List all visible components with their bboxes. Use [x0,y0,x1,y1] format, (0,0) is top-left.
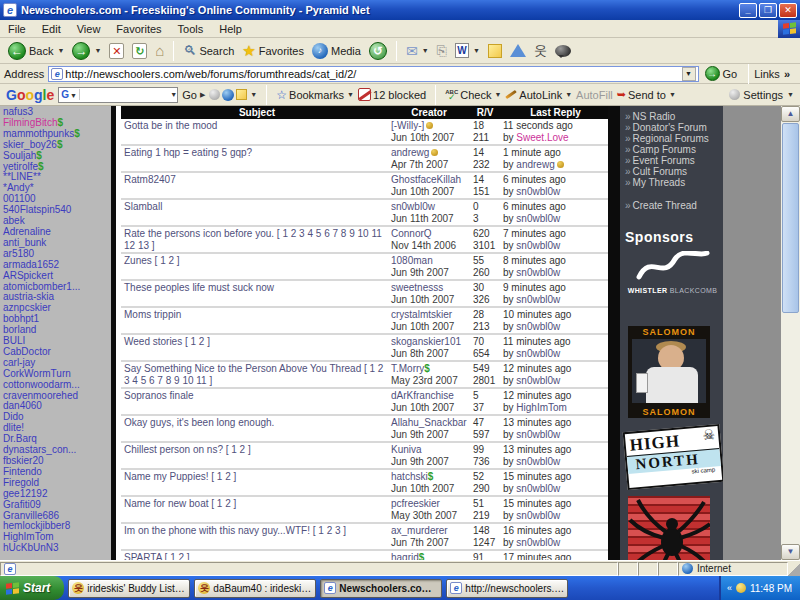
last-reply-user-link[interactable]: sn0wbl0w [516,240,560,251]
menu-tools[interactable]: Tools [170,23,212,35]
buddy-name[interactable]: BULI [3,335,25,346]
buddy-name[interactable]: Adrenaline [3,226,51,237]
buddy-name[interactable]: Dido [3,411,24,422]
searchbox-dropdown-arrow[interactable]: ▼ [170,91,177,98]
thread-subject-link[interactable]: Okay guys, it's been long enough. [124,417,274,428]
thread-subject-link[interactable]: Im on the phone with this navy guy...WTF… [124,525,346,536]
buddy-name[interactable]: Grafiti09 [3,499,41,510]
buddy-name[interactable]: carl-jay [3,357,35,368]
buddy-name[interactable]: *Andy* [3,182,34,193]
address-dropdown-arrow[interactable]: ▼ [682,67,696,81]
thread-creator-link[interactable]: skoganskier101 [391,336,461,347]
buddy-name[interactable]: dynastars_con... [3,444,76,455]
buddy-name[interactable]: FilmingBitch [3,117,57,128]
sidebar-link-cult-forums[interactable]: »Cult Forums [625,166,723,177]
google-extras-icons[interactable]: ▼ [209,89,257,101]
buddy-name[interactable]: Fintendo [3,466,42,477]
home-button[interactable]: ⌂ [151,41,168,60]
buddy-name[interactable]: cottonwoodarm... [3,379,80,390]
send-to-button[interactable]: ➥Send to▼ [617,88,676,101]
buddy-name[interactable]: Granville686 [3,510,59,521]
buddy-name[interactable]: HighImTom [3,531,54,542]
google-go-button[interactable]: Go▶ [182,89,205,101]
buddy-name[interactable]: mammothpunks [3,128,74,139]
back-button[interactable]: ←Back▼ [4,41,68,61]
buddy-name[interactable]: aznpcskier [3,302,51,313]
buddy-name[interactable]: hemlockjibber8 [3,520,70,531]
close-button[interactable]: ✕ [779,3,797,18]
thread-subject-link[interactable]: Ratm82407 [124,174,176,185]
thread-creator-link[interactable]: GhostfaceKillah [391,174,461,185]
last-reply-user-link[interactable]: sn0wbl0w [516,537,560,548]
discuss-button[interactable] [484,43,506,59]
mail-button[interactable]: ✉▼ [402,42,433,60]
buddy-list-item[interactable]: hUcKbUnN3 [3,543,111,554]
sidebar-link-regional-forums[interactable]: »Regional Forums [625,133,723,144]
thread-creator-link[interactable]: hagrid [391,552,419,560]
last-reply-user-link[interactable]: andrewg [516,159,554,170]
links-label[interactable]: Links [754,68,780,80]
taskbar-task-button[interactable]: e http://newschoolers.com... [446,579,568,598]
last-reply-user-link[interactable]: sn0wbl0w [516,213,560,224]
buddy-name[interactable]: 001100 [3,193,36,204]
create-thread-link[interactable]: »Create Thread [625,200,723,211]
buddy-name[interactable]: Souljah [3,150,36,161]
sidebar-link-ns-radio[interactable]: »NS Radio [625,111,723,122]
menu-view[interactable]: View [69,23,109,35]
buddy-name[interactable]: fbskier20 [3,455,44,466]
buddy-name[interactable]: hUcKbUnN3 [3,542,59,553]
stop-button[interactable]: ✕ [105,42,128,60]
links-chevron[interactable]: » [784,68,790,80]
high-north-ad[interactable]: HIGH ☠ NORTH ski camp [623,424,723,490]
whistler-blackcomb-ad[interactable]: WHISTLER BLACKCOMB [625,251,720,294]
buddy-name[interactable]: 540Flatspin540 [3,204,71,215]
buddy-name[interactable]: ARSpickert [3,270,53,281]
scrollbar-thumb[interactable] [782,123,799,313]
sidebar-link-event-forums[interactable]: »Event Forums [625,155,723,166]
buddy-name[interactable]: Firegold [3,477,39,488]
sidebar-link-donator-s-forum[interactable]: »Donator's Forum [625,122,723,133]
scroll-up-arrow[interactable]: ▲ [781,106,800,122]
thread-subject-link[interactable]: Chillest person on ns? [ 1 2 ] [124,444,251,455]
buddy-name[interactable]: ar5180 [3,248,34,259]
menu-help[interactable]: Help [211,23,250,35]
thread-subject-link[interactable]: Eating 1 hqp = eating 5 gqp? [124,147,252,158]
thread-subject-link[interactable]: Name for new boat [ 1 2 ] [124,498,236,509]
thread-creator-link[interactable]: sweetnesss [391,282,443,293]
spider-ad[interactable] [628,496,710,560]
taskbar-task-button[interactable]: e Newschoolers.com - F... [320,579,442,598]
refresh-button[interactable]: ↻ [128,42,151,60]
thread-creator-link[interactable]: andrewg [391,147,429,158]
tray-chevron-icon[interactable]: « [727,583,732,593]
thread-subject-link[interactable]: Slamball [124,201,162,212]
buddy-name[interactable]: **LINE** [3,171,41,182]
thread-creator-link[interactable]: crystalmtskier [391,309,452,320]
buddy-name[interactable]: bobhpt1 [3,313,39,324]
bookmarks-button[interactable]: ☆Bookmarks▼ [276,88,354,102]
buddy-name[interactable]: borland [3,324,36,335]
last-reply-user-link[interactable]: sn0wbl0w [516,267,560,278]
favorites-button[interactable]: ★Favorites [238,41,308,61]
thread-creator-link[interactable]: dArKfranchise [391,390,454,401]
popup-blocker-button[interactable]: 12 blocked [358,88,426,101]
last-reply-user-link[interactable]: sn0wbl0w [516,321,560,332]
thread-subject-link[interactable]: Name my Puppies! [ 1 2 ] [124,471,236,482]
menu-edit[interactable]: Edit [34,23,69,35]
thread-subject-link[interactable]: These peoples life must suck now [124,282,274,293]
taskbar-task-button[interactable]: 웃 irideskis' Buddy List Window [68,579,190,598]
thread-creator-link[interactable]: Kuniva [391,444,422,455]
thread-creator-link[interactable]: T.Morry [391,363,424,374]
last-reply-user-link[interactable]: sn0wbl0w [516,186,560,197]
vertical-scrollbar[interactable]: ▲ ▼ [781,106,800,560]
search-button[interactable]: 🔍︎Search [179,42,238,59]
last-reply-user-link[interactable]: sn0wbl0w [516,510,560,521]
thread-creator-link[interactable]: ConnorQ [391,228,432,239]
scroll-down-arrow[interactable]: ▼ [781,544,800,560]
buddy-name[interactable]: nafus3 [3,106,33,117]
last-reply-user-link[interactable]: sn0wbl0w [516,483,560,494]
media-button[interactable]: ♪Media [308,42,365,60]
thread-subject-link[interactable]: Sopranos finale [124,390,194,401]
thread-creator-link[interactable]: 1080man [391,255,433,266]
edit-word-button[interactable]: W▼ [451,42,484,59]
thread-creator-link[interactable]: sn0wbl0w [391,201,435,212]
